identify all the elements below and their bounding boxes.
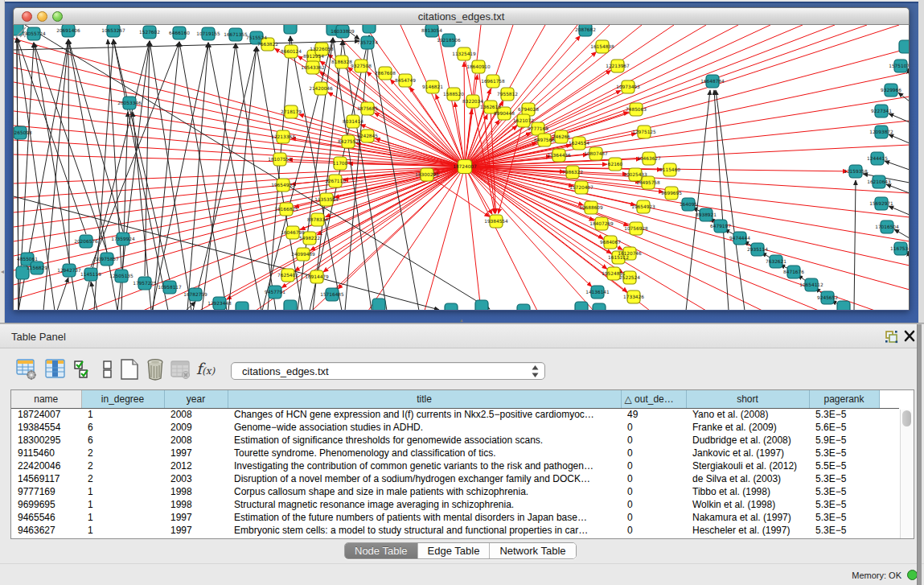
- table-cell[interactable]: 0: [621, 498, 686, 511]
- graph-node[interactable]: [363, 25, 376, 33]
- graph-edge-red[interactable]: [14, 167, 465, 183]
- table-cell[interactable]: 0: [621, 485, 686, 498]
- divider-grip-icon[interactable]: ▲: [459, 318, 464, 323]
- minimize-button[interactable]: [37, 11, 47, 22]
- table-cell[interactable]: 9463627: [11, 524, 81, 537]
- table-cell[interactable]: 2003: [164, 472, 228, 485]
- table-cell[interactable]: Yano et al. (2008): [686, 408, 809, 421]
- table-cell[interactable]: 0: [621, 434, 686, 447]
- table-cell[interactable]: Stergiakouli et al. (2012): [686, 459, 809, 472]
- table-cell[interactable]: 49: [621, 408, 686, 421]
- table-cell[interactable]: 0: [621, 511, 686, 524]
- table-cell[interactable]: 5.3E−5: [809, 498, 879, 511]
- table-settings-icon[interactable]: [16, 358, 37, 381]
- table-cell[interactable]: 0: [621, 421, 686, 434]
- table-cell[interactable]: 18300295: [11, 434, 81, 447]
- table-cell[interactable]: 5.3E−5: [809, 511, 879, 524]
- table-row[interactable]: 1938455462009Genome−wide association stu…: [11, 421, 899, 434]
- new-table-icon[interactable]: [119, 358, 140, 381]
- graph-edge-black[interactable]: [193, 47, 257, 311]
- table-cell[interactable]: 1998: [164, 485, 228, 498]
- table-cell[interactable]: Changes of HCN gene expression and I(f) …: [228, 408, 621, 421]
- table-cell[interactable]: Wolkin et al. (1998): [686, 498, 809, 511]
- table-cell[interactable]: 1997: [164, 447, 228, 459]
- table-cell[interactable]: 9777169: [11, 485, 81, 498]
- table-cell[interactable]: 18724007: [11, 408, 81, 421]
- graph-node[interactable]: [236, 302, 248, 311]
- table-cell[interactable]: 5.3E−5: [809, 408, 879, 421]
- table-cell[interactable]: Estimation of the future numbers of pati…: [228, 511, 621, 524]
- column-header-out_de[interactable]: △ out_de…: [621, 390, 686, 408]
- select-columns-icon[interactable]: [73, 358, 94, 381]
- float-panel-icon[interactable]: [885, 330, 898, 344]
- table-cell[interactable]: 0: [621, 524, 686, 537]
- graph-edge-red[interactable]: [14, 39, 465, 167]
- column-header-year[interactable]: year: [164, 390, 228, 408]
- function-builder-icon[interactable]: f(x): [196, 358, 220, 381]
- graph-edge-black[interactable]: [908, 251, 910, 260]
- table-cell[interactable]: 1998: [164, 498, 228, 511]
- table-row[interactable]: 2242004622012Investigating the contribut…: [11, 459, 899, 472]
- table-cell[interactable]: Jankovic et al. (1997): [686, 447, 809, 459]
- table-cell[interactable]: 5.3E−5: [809, 472, 879, 485]
- table-cell[interactable]: 5.9E−5: [809, 434, 879, 447]
- table-cell[interactable]: 9465546: [11, 511, 81, 524]
- table-cell[interactable]: 22420046: [11, 459, 81, 472]
- table-cell[interactable]: Estimation of significance thresholds fo…: [228, 434, 621, 447]
- graph-node[interactable]: [899, 40, 910, 53]
- table-cell[interactable]: 5.3E−5: [809, 485, 879, 498]
- graph-edge-black[interactable]: [885, 161, 910, 170]
- graph-edge-red[interactable]: [465, 167, 910, 290]
- table-cell[interactable]: 2: [81, 472, 164, 485]
- graph-edge-red[interactable]: [14, 140, 465, 167]
- window-titlebar[interactable]: citations_edges.txt: [13, 7, 910, 25]
- table-cell[interactable]: 1: [81, 498, 164, 511]
- graph-node[interactable]: [445, 303, 458, 311]
- table-cell[interactable]: 2: [81, 447, 164, 459]
- graph-edge-black[interactable]: [68, 39, 69, 263]
- table-cell[interactable]: Nakamura et al. (1997): [686, 511, 809, 524]
- graph-node[interactable]: [372, 299, 385, 311]
- table-cell[interactable]: Dudbridge et al. (2008): [686, 434, 809, 447]
- graph-edge-red[interactable]: [465, 25, 835, 167]
- graph-node[interactable]: [475, 300, 488, 311]
- network-canvas[interactable]: 1405572420691406106532671527602646616010…: [13, 25, 910, 311]
- column-header-title[interactable]: title: [228, 390, 621, 408]
- graph-node[interactable]: [593, 303, 606, 311]
- table-cell[interactable]: Hescheler et al. (1997): [686, 524, 809, 537]
- table-cell[interactable]: Tourette syndrome. Phenomenology and cla…: [228, 447, 621, 459]
- row-options-icon[interactable]: [97, 358, 118, 381]
- table-row[interactable]: 1456911722003Disruption of a novel membe…: [11, 472, 899, 485]
- table-cell[interactable]: 5.3E−5: [809, 524, 879, 537]
- zoom-button[interactable]: [52, 11, 63, 22]
- collapse-arrow-icon[interactable]: ◂: [0, 267, 5, 277]
- table-cell[interactable]: de Silva et al. (2003): [686, 472, 809, 485]
- graph-edge-black[interactable]: [894, 229, 910, 238]
- table-row[interactable]: 946554611997Estimation of the future num…: [11, 511, 899, 524]
- table-cell[interactable]: 5.3E−5: [809, 447, 879, 459]
- window-resize-grip[interactable]: [14, 25, 27, 38]
- graph-edge-black[interactable]: [57, 278, 68, 311]
- graph-node[interactable]: [517, 304, 530, 311]
- graph-node[interactable]: [284, 25, 297, 34]
- table-row[interactable]: 1872400712008Changes of HCN gene express…: [11, 408, 899, 421]
- graph-edge-black[interactable]: [208, 43, 261, 311]
- table-cell[interactable]: 1997: [164, 524, 228, 537]
- table-cell[interactable]: 0: [621, 472, 686, 485]
- graph-node[interactable]: [284, 300, 297, 311]
- show-column-icon[interactable]: [45, 358, 66, 381]
- table-cell[interactable]: 1: [81, 408, 164, 421]
- table-row[interactable]: 969969511998Structural magnetic resonanc…: [11, 498, 899, 511]
- delete-table-icon[interactable]: [145, 358, 166, 381]
- graph-edge-black[interactable]: [889, 206, 910, 215]
- graph-edge-black[interactable]: [310, 35, 369, 311]
- graph-edge-red[interactable]: [14, 167, 465, 299]
- table-cell[interactable]: 5.5E−5: [809, 459, 879, 472]
- graph-edge-red[interactable]: [425, 167, 465, 311]
- column-header-in_degree[interactable]: in_degree: [81, 390, 164, 408]
- graph-edge-black[interactable]: [150, 41, 191, 311]
- tab-network-table[interactable]: Network Table: [490, 543, 575, 558]
- table-cell[interactable]: Genome−wide association studies in ADHD.: [228, 421, 621, 434]
- column-header-short[interactable]: short: [686, 390, 809, 408]
- table-cell[interactable]: Corpus callosum shape and size in male p…: [228, 485, 621, 498]
